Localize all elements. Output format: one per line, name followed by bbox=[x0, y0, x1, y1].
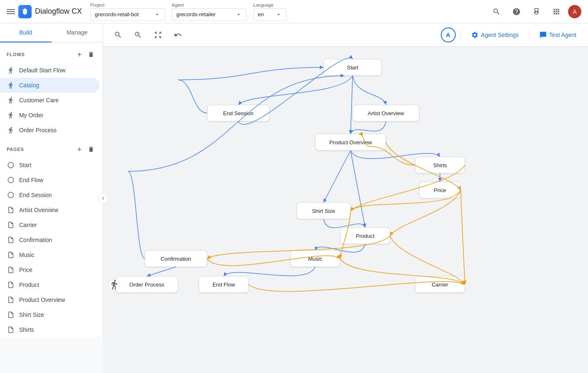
canvas-area: A Agent Settings Test Agent StartEnd Ses… bbox=[103, 23, 588, 373]
flow-node-order-process[interactable]: Order Process bbox=[116, 276, 178, 293]
flow-icon bbox=[7, 111, 15, 119]
node-label: Artist Overview bbox=[368, 110, 404, 116]
sidebar-item-flow[interactable]: Default Start Flow bbox=[0, 63, 99, 78]
pages-section-header: PAGES bbox=[0, 138, 103, 158]
node-label: Music bbox=[308, 256, 322, 262]
page-icon bbox=[7, 266, 15, 274]
flow-node-carrier[interactable]: Carrier bbox=[415, 276, 465, 293]
undo-button[interactable] bbox=[170, 27, 186, 43]
flow-node-price[interactable]: Price bbox=[419, 182, 461, 198]
collapse-sidebar-button[interactable] bbox=[98, 193, 108, 203]
sidebar-item-page[interactable]: Music bbox=[0, 247, 99, 262]
sidebar-item-page[interactable]: Carrier bbox=[0, 217, 99, 232]
search-button[interactable] bbox=[488, 3, 505, 20]
language-label: Language bbox=[253, 2, 287, 7]
test-agent-button[interactable]: Test Agent bbox=[534, 28, 581, 42]
sidebar-item-flow[interactable]: Order Process bbox=[0, 123, 99, 138]
node-label: Carrier bbox=[432, 282, 448, 288]
flow-node-artist-overview[interactable]: Artist Overview bbox=[353, 105, 419, 121]
pages-actions bbox=[74, 144, 96, 154]
page-label: Carrier bbox=[19, 222, 37, 228]
sidebar-item-flow[interactable]: Catalog bbox=[0, 78, 99, 93]
flow-icon bbox=[7, 81, 15, 89]
flow-label: Catalog bbox=[19, 82, 39, 89]
sidebar-tabs: Build Manage bbox=[0, 23, 103, 43]
apps-button[interactable] bbox=[548, 3, 565, 20]
language-dropdown[interactable]: en bbox=[253, 8, 287, 21]
tab-build[interactable]: Build bbox=[0, 23, 52, 42]
delete-page-button[interactable] bbox=[86, 144, 96, 154]
project-dropdown[interactable]: grecords-retail-bot bbox=[90, 8, 165, 21]
add-page-button[interactable] bbox=[74, 144, 84, 154]
app-title: Dialogflow CX bbox=[35, 7, 82, 16]
agent-dropdown[interactable]: grecords-retailer bbox=[172, 8, 247, 21]
flow-canvas[interactable]: StartEnd SessionArtist OverviewProduct O… bbox=[103, 47, 588, 373]
flow-icon bbox=[7, 66, 15, 74]
delete-flow-button[interactable] bbox=[86, 49, 96, 59]
flow-node-product-overview[interactable]: Product Overview bbox=[315, 134, 386, 151]
sidebar-wrapper: Build Manage FLOWS Default Star bbox=[0, 23, 103, 373]
page-label: Price bbox=[19, 267, 32, 273]
zoom-out-button[interactable] bbox=[110, 27, 126, 43]
node-label: End Session bbox=[223, 110, 254, 116]
sidebar-item-page[interactable]: Artist Overview bbox=[0, 203, 99, 217]
sidebar-item-page[interactable]: Price bbox=[0, 262, 99, 277]
page-icon bbox=[7, 236, 15, 244]
toolbar-divider2 bbox=[529, 30, 529, 40]
add-flow-button[interactable] bbox=[74, 49, 84, 59]
help-button[interactable] bbox=[508, 3, 525, 20]
agent-avatar: A bbox=[441, 27, 456, 42]
node-label: Product Overview bbox=[329, 139, 372, 146]
page-icon bbox=[7, 161, 15, 169]
flow-node-end-flow[interactable]: End Flow bbox=[199, 276, 249, 293]
flow-node-product[interactable]: Product bbox=[340, 227, 390, 244]
page-label: End Flow bbox=[19, 177, 43, 183]
sidebar-item-page[interactable]: Start bbox=[0, 158, 99, 173]
flow-label: My Order bbox=[19, 112, 43, 119]
flow-node-shirts[interactable]: Shirts bbox=[415, 157, 465, 173]
svg-point-1 bbox=[8, 177, 14, 183]
flow-node-end-session[interactable]: End Session bbox=[207, 105, 269, 121]
flow-node-confirmation[interactable]: Confirmation bbox=[145, 250, 207, 267]
sidebar-item-page[interactable]: Confirmation bbox=[0, 232, 99, 247]
menu-icon[interactable] bbox=[7, 7, 15, 16]
language-value: en bbox=[258, 11, 274, 17]
sidebar-item-page[interactable]: Shirt Size bbox=[0, 307, 99, 322]
node-label: Start bbox=[347, 64, 358, 71]
page-icon bbox=[7, 176, 15, 184]
topbar: Dialogflow CX Project grecords-retail-bo… bbox=[0, 0, 588, 23]
page-icon bbox=[7, 206, 15, 214]
flow-node-start[interactable]: Start bbox=[324, 59, 382, 76]
hourglass-button[interactable] bbox=[528, 3, 545, 20]
agent-settings-button[interactable]: Agent Settings bbox=[466, 28, 524, 42]
language-select-group: Language en bbox=[253, 2, 287, 21]
page-label: Music bbox=[19, 252, 35, 258]
flow-node-music[interactable]: Music bbox=[290, 250, 340, 267]
flow-label: Customer Care bbox=[19, 97, 59, 104]
sidebar-item-page[interactable]: End Session bbox=[0, 188, 99, 203]
page-label: Product Overview bbox=[19, 296, 65, 303]
flows-section-label: FLOWS bbox=[7, 52, 25, 57]
user-avatar[interactable]: A bbox=[568, 5, 581, 18]
sidebar-item-page[interactable]: Shirts bbox=[0, 322, 99, 337]
fit-screen-button[interactable] bbox=[150, 27, 166, 43]
tab-manage[interactable]: Manage bbox=[52, 23, 103, 42]
flow-label: Default Start Flow bbox=[19, 67, 65, 74]
sidebar-item-flow[interactable]: My Order bbox=[0, 108, 99, 123]
flow-icon bbox=[7, 96, 15, 104]
flows-actions bbox=[74, 49, 96, 59]
flow-node-shirt-size[interactable]: Shirt Size bbox=[296, 203, 351, 219]
sidebar-item-page[interactable]: End Flow bbox=[0, 173, 99, 188]
zoom-in-button[interactable] bbox=[130, 27, 146, 43]
agent-label: Agent bbox=[172, 2, 247, 7]
node-icon bbox=[109, 279, 120, 290]
sidebar-item-page[interactable]: Product Overview bbox=[0, 292, 99, 307]
page-label: Confirmation bbox=[19, 237, 52, 243]
page-icon bbox=[7, 221, 15, 229]
sidebar-item-flow[interactable]: Customer Care bbox=[0, 93, 99, 108]
page-icon bbox=[7, 191, 15, 199]
agent-select-group: Agent grecords-retailer bbox=[172, 2, 247, 21]
topbar-selects: Project grecords-retail-bot Agent grecor… bbox=[90, 2, 287, 21]
page-label: Artist Overview bbox=[19, 207, 58, 213]
sidebar-item-page[interactable]: Product bbox=[0, 277, 99, 292]
